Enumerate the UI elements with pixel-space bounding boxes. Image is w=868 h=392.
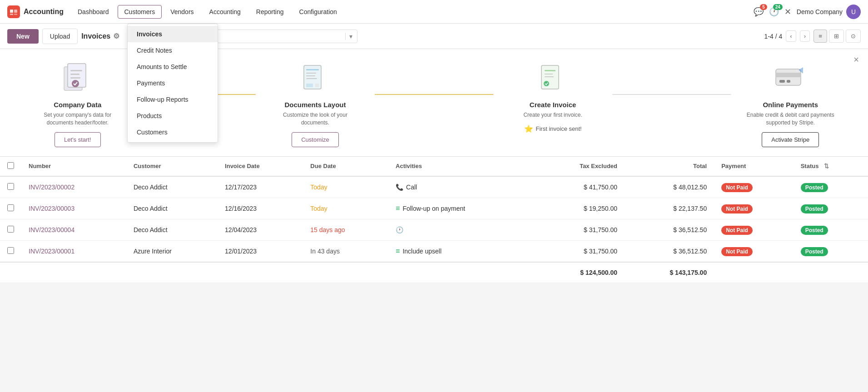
row1-number[interactable]: INV/2023/00002: [21, 176, 126, 198]
step3-title: Create Invoice: [530, 101, 576, 109]
row4-checkbox[interactable]: [7, 247, 14, 254]
top-nav: Accounting Dashboard Customers Vendors A…: [0, 0, 868, 24]
prev-page-btn[interactable]: ‹: [786, 30, 796, 42]
th-customer: Customer: [126, 157, 218, 176]
th-due-date: Due Date: [303, 157, 388, 176]
row1-activity[interactable]: 📞 Call: [388, 176, 534, 198]
upload-button[interactable]: Upload: [42, 29, 78, 44]
dropdown-amounts-to-settle[interactable]: Amounts to Settle: [128, 59, 218, 75]
row3-number[interactable]: INV/2023/00004: [21, 219, 126, 240]
select-all-checkbox[interactable]: [7, 162, 14, 169]
row3-activity[interactable]: 🕐: [388, 219, 534, 240]
nav-customers[interactable]: Customers: [118, 5, 162, 19]
next-page-btn[interactable]: ›: [800, 30, 810, 42]
new-button[interactable]: New: [7, 29, 39, 44]
dropdown-follow-up-reports[interactable]: Follow-up Reports: [128, 91, 218, 108]
row2-number[interactable]: INV/2023/00003: [21, 198, 126, 219]
setup-step-payments: Online Payments Enable credit & debit ca…: [731, 60, 850, 156]
step3-desc: Create your first invoice.: [523, 111, 582, 119]
table-row: INV/2023/00003 Deco Addict 12/16/2023 To…: [0, 198, 868, 219]
row3-checkbox-cell[interactable]: [0, 219, 21, 240]
row3-checkbox[interactable]: [7, 226, 14, 233]
setup-close-btn[interactable]: ×: [853, 55, 859, 65]
list-view-btn[interactable]: ≡: [813, 30, 827, 43]
table-row: INV/2023/00001 Azure Interior 12/01/2023…: [0, 240, 868, 262]
th-select-all[interactable]: [0, 157, 21, 176]
row4-due-date: In 43 days: [303, 240, 388, 262]
dropdown-invoices[interactable]: Invoices: [128, 26, 218, 42]
row1-tax: $ 41,750.00: [534, 176, 625, 198]
row1-checkbox-cell[interactable]: [0, 176, 21, 198]
view-switcher: ≡ ⊞ ⊙: [813, 30, 861, 43]
row4-tax: $ 31,750.00: [534, 240, 625, 262]
table-header: Number Customer Invoice Date Due Date Ac…: [0, 157, 868, 176]
row4-activity-icon: ≡: [396, 247, 400, 255]
svg-rect-8: [70, 77, 80, 79]
table-row: INV/2023/00002 Deco Addict 12/17/2023 To…: [0, 176, 868, 198]
row1-activity-label: Call: [406, 184, 417, 191]
nav-vendors[interactable]: Vendors: [164, 5, 200, 19]
svg-rect-1: [14, 10, 17, 13]
row2-checkbox[interactable]: [7, 204, 14, 211]
setup-step-invoice: Create Invoice Create your first invoice…: [493, 60, 612, 156]
th-number: Number: [21, 157, 126, 176]
nav-reporting[interactable]: Reporting: [249, 5, 291, 19]
activities-btn[interactable]: 🕐 24: [769, 7, 779, 17]
row2-customer: Deco Addict: [126, 198, 218, 219]
row1-customer: Deco Addict: [126, 176, 218, 198]
row1-payment: Not Paid: [714, 176, 794, 198]
step4-btn[interactable]: Activate Stripe: [762, 132, 819, 147]
step2-btn[interactable]: Customize: [292, 132, 338, 147]
row3-payment: Not Paid: [714, 219, 794, 240]
svg-rect-13: [306, 75, 315, 76]
th-payment: Payment: [714, 157, 794, 176]
row4-checkbox-cell[interactable]: [0, 240, 21, 262]
step3-status-text: First invoice sent!: [536, 125, 582, 132]
row1-checkbox[interactable]: [7, 183, 14, 190]
row2-status: Posted: [794, 198, 868, 219]
row1-status: Posted: [794, 176, 868, 198]
row2-activity[interactable]: ≡ Follow-up on payment: [388, 198, 534, 219]
settings-gear-icon[interactable]: ⚙: [113, 32, 119, 40]
row3-total: $ 36,512.50: [625, 219, 714, 240]
notifications-badge: 5: [760, 4, 767, 10]
dropdown-customers[interactable]: Customers: [128, 124, 218, 140]
activity-view-btn[interactable]: ⊙: [846, 30, 861, 43]
app-logo[interactable]: Accounting: [7, 5, 64, 18]
company-selector[interactable]: Demo Company U: [797, 5, 861, 19]
kanban-view-btn[interactable]: ⊞: [829, 30, 844, 43]
company-name: Demo Company: [797, 8, 843, 15]
dropdown-payments[interactable]: Payments: [128, 75, 218, 91]
row3-customer: Deco Addict: [126, 219, 218, 240]
svg-rect-0: [10, 10, 13, 13]
th-status: Status ⇅: [794, 157, 868, 176]
nav-accounting[interactable]: Accounting: [203, 5, 248, 19]
row2-due-date: Today: [303, 198, 388, 219]
tools-btn[interactable]: ✕: [784, 7, 791, 17]
notifications-btn[interactable]: 💬 5: [754, 7, 764, 17]
totals-spacer: [0, 262, 534, 283]
svg-rect-15: [306, 84, 313, 87]
th-total: Total: [625, 157, 714, 176]
row2-checkbox-cell[interactable]: [0, 198, 21, 219]
totals-tax-excluded: $ 124,500.00: [534, 262, 625, 283]
row2-invoice-date: 12/16/2023: [218, 198, 303, 219]
svg-rect-24: [779, 80, 785, 83]
dropdown-products[interactable]: Products: [128, 108, 218, 124]
row2-activity-label: Follow-up on payment: [402, 205, 465, 212]
filter-icon[interactable]: ⇅: [824, 163, 829, 169]
nav-configuration[interactable]: Configuration: [293, 5, 344, 19]
page-title: Invoices: [81, 32, 110, 40]
search-dropdown-btn[interactable]: ▾: [345, 33, 352, 40]
nav-dashboard[interactable]: Dashboard: [71, 5, 116, 19]
row1-due-date: Today: [303, 176, 388, 198]
row4-number[interactable]: INV/2023/00001: [21, 240, 126, 262]
row4-activity-label: Include upsell: [402, 248, 441, 255]
dropdown-credit-notes[interactable]: Credit Notes: [128, 42, 218, 59]
step1-btn[interactable]: Let's start!: [55, 132, 101, 147]
page-title-area: Invoices ⚙: [81, 32, 119, 40]
row4-activity[interactable]: ≡ Include upsell: [388, 240, 534, 262]
row2-tax: $ 19,250.00: [534, 198, 625, 219]
svg-point-9: [72, 80, 79, 87]
pagination: 1-4 / 4 ‹ ›: [764, 30, 810, 42]
